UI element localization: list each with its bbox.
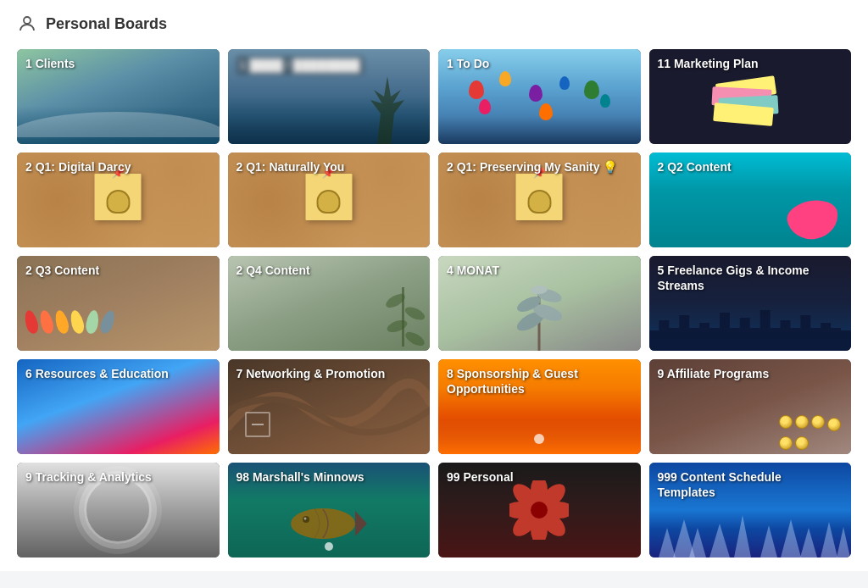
board-networking[interactable]: 7 Networking & Promotion — [228, 359, 431, 454]
board-label: 11 Marketing Plan — [658, 56, 759, 71]
board-label: 2 Q1: Preserving My Sanity 💡 — [447, 159, 617, 175]
board-label: 98 Marshall's Minnows — [236, 469, 364, 485]
board-label: 2 Q1: Digital Darcy — [25, 159, 131, 175]
board-label: 99 Personal — [447, 469, 514, 485]
dot-indicator2 — [325, 542, 333, 551]
sticky-pile — [712, 69, 788, 119]
board-label: 2 Q3 Content — [25, 263, 99, 278]
board-q3-content[interactable]: 2 Q3 Content — [17, 256, 220, 351]
person-icon — [17, 14, 37, 34]
board-todo[interactable]: 1 To Do — [438, 49, 641, 144]
board-label: 8 Sponsorship & Guest Opportunities — [447, 366, 629, 397]
boards-grid: 1 Clients 1 ████ / ████████ 1 To Do — [17, 49, 851, 557]
board-monat[interactable]: 4 MONAT — [438, 256, 641, 351]
board-label: 7 Networking & Promotion — [236, 366, 386, 381]
svg-point-0 — [24, 17, 31, 24]
sticky-note — [305, 174, 352, 220]
board-label: 1 To Do — [447, 56, 489, 71]
board-affiliate[interactable]: 9 Affiliate Programs — [649, 359, 852, 454]
board-q2-content[interactable]: 2 Q2 Content — [649, 153, 852, 247]
board-label: 9 Affiliate Programs — [658, 366, 770, 381]
board-999[interactable]: 999 Content Schedule Templates — [649, 463, 852, 557]
svg-point-10 — [303, 518, 306, 520]
board-clients[interactable]: 1 Clients — [17, 49, 220, 144]
board-freelance[interactable]: 5 Freelance Gigs & Income Streams — [649, 256, 852, 351]
board-label: 9 Tracking & Analytics — [25, 469, 152, 485]
board-blurred[interactable]: 1 ████ / ████████ — [228, 49, 431, 144]
snow-trees — [649, 498, 852, 557]
board-q1-naturally[interactable]: 2 Q1: Naturally You — [228, 153, 431, 247]
page-title: Personal Boards — [46, 15, 167, 33]
sticky-note — [95, 174, 142, 220]
svg-point-7 — [291, 508, 355, 539]
fish-graphic — [291, 502, 367, 545]
board-label: 1 Clients — [25, 56, 75, 71]
page-container: Personal Boards 1 Clients 1 ████ / █████… — [0, 0, 868, 571]
coins-spill — [779, 415, 847, 450]
board-label: 2 Q2 Content — [658, 159, 732, 175]
board-tracking[interactable]: 9 Tracking & Analytics — [17, 463, 220, 557]
board-marshalls[interactable]: 98 Marshall's Minnows — [228, 463, 431, 557]
plant-stem — [402, 287, 404, 347]
board-q4-content[interactable]: 2 Q4 Content — [228, 256, 431, 351]
flower-graphic — [509, 480, 569, 540]
svg-point-19 — [531, 502, 548, 519]
board-sponsorship[interactable]: 8 Sponsorship & Guest Opportunities — [438, 359, 641, 454]
board-personal[interactable]: 99 Personal — [438, 463, 641, 557]
board-label: 2 Q4 Content — [236, 263, 310, 278]
board-label: 2 Q1: Naturally You — [236, 159, 345, 175]
board-label: 4 MONAT — [447, 263, 499, 278]
spiral-graphic — [84, 476, 152, 544]
board-label: 999 Content Schedule Templates — [658, 469, 840, 500]
svg-marker-8 — [355, 511, 367, 536]
leaf-row — [25, 310, 114, 334]
board-label: 5 Freelance Gigs & Income Streams — [658, 263, 840, 293]
board-q1-digital[interactable]: 2 Q1: Digital Darcy — [17, 153, 220, 247]
dot-indicator — [534, 434, 544, 444]
monat-plant — [505, 275, 573, 351]
page-header: Personal Boards — [17, 14, 851, 34]
board-label: 6 Resources & Education — [25, 366, 169, 381]
board-label: 1 ████ / ████████ — [236, 56, 364, 75]
networking-icon — [245, 412, 270, 437]
board-resources[interactable]: 6 Resources & Education — [17, 359, 220, 454]
board-q1-preserving[interactable]: 2 Q1: Preserving My Sanity 💡 — [438, 153, 641, 247]
sticky-note — [516, 174, 563, 220]
board-marketing[interactable]: 11 Marketing Plan — [649, 49, 852, 144]
